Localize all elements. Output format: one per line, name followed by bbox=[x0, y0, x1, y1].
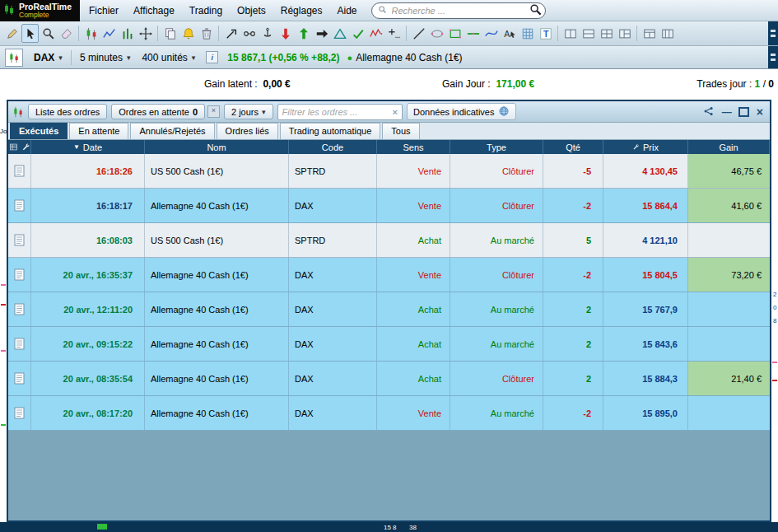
menu-item-affichage[interactable]: Affichage bbox=[126, 0, 182, 21]
text-cursor-icon[interactable]: A bbox=[501, 24, 518, 43]
diagonal-line-icon[interactable] bbox=[410, 24, 427, 43]
orders-list-label: Liste des ordres bbox=[35, 107, 100, 117]
table-row[interactable]: 20 avr., 16:35:37 Allemagne 40 Cash (1€)… bbox=[8, 258, 770, 292]
indicative-data-button[interactable]: Données indicatives bbox=[407, 103, 516, 120]
rectangle-icon[interactable] bbox=[446, 24, 464, 43]
check-icon[interactable] bbox=[349, 24, 366, 43]
layout-split-h-icon[interactable] bbox=[580, 24, 597, 43]
ellipse-icon[interactable] bbox=[428, 24, 445, 43]
zigzag-icon[interactable] bbox=[367, 24, 384, 43]
maximize-icon[interactable] bbox=[738, 107, 749, 117]
row-doc-icon[interactable] bbox=[8, 292, 31, 326]
table-row[interactable]: 20 avr., 08:17:20 Allemagne 40 Cash (1€)… bbox=[8, 396, 770, 431]
triangle-icon[interactable] bbox=[331, 24, 348, 43]
tab-ordres-lies[interactable]: Ordres liés bbox=[217, 123, 278, 139]
filter-input[interactable] bbox=[281, 106, 391, 118]
header-date[interactable]: ▼Date bbox=[31, 140, 145, 154]
pending-orders-button[interactable]: Ordres en attente0 bbox=[111, 104, 205, 119]
header-gain[interactable]: Gain bbox=[688, 140, 770, 154]
search-input[interactable] bbox=[390, 5, 526, 16]
tab-en-attente[interactable]: En attente bbox=[69, 123, 128, 139]
symbol-dropdown[interactable]: DAX▾ bbox=[28, 49, 68, 67]
period-dropdown[interactable]: 2 jours▾ bbox=[224, 104, 273, 119]
sell-arrow-icon[interactable] bbox=[277, 24, 294, 43]
header-qte[interactable]: Qté bbox=[543, 140, 603, 154]
layout-split-v-icon[interactable] bbox=[561, 24, 579, 43]
pending-close-icon[interactable]: × bbox=[207, 105, 220, 118]
menu-item-aide[interactable]: Aide bbox=[329, 0, 364, 21]
hline-icon[interactable] bbox=[464, 24, 482, 43]
row-doc-icon[interactable] bbox=[8, 362, 31, 395]
search-box[interactable] bbox=[371, 2, 546, 19]
order-arrow-icon[interactable] bbox=[313, 24, 330, 43]
tab-trading-automatique[interactable]: Trading automatique bbox=[280, 123, 381, 139]
header-type[interactable]: Type bbox=[450, 140, 543, 154]
table-row[interactable]: 16:08:03 US 500 Cash (1€) SPTRD Achat Au… bbox=[8, 223, 770, 258]
row-doc-icon[interactable] bbox=[8, 396, 31, 430]
orders-list-button[interactable]: Liste des ordres bbox=[28, 104, 107, 119]
filter-box[interactable]: × bbox=[277, 104, 403, 120]
menu-item-fichier[interactable]: Fichier bbox=[82, 0, 126, 21]
filter-clear-icon[interactable]: × bbox=[391, 107, 399, 117]
row-doc-icon[interactable] bbox=[8, 189, 31, 222]
layout-grid-icon[interactable] bbox=[598, 24, 615, 43]
header-tools[interactable] bbox=[8, 140, 31, 154]
tab-executes[interactable]: Exécutés bbox=[10, 123, 68, 139]
layout-mixed-icon[interactable] bbox=[616, 24, 633, 43]
header-code[interactable]: Code bbox=[289, 140, 377, 154]
row-doc-icon[interactable] bbox=[8, 223, 31, 257]
search-icon[interactable] bbox=[529, 3, 542, 18]
menu-item-objets[interactable]: Objets bbox=[230, 0, 273, 21]
tab-tous[interactable]: Tous bbox=[382, 123, 419, 139]
trash-icon[interactable] bbox=[198, 24, 215, 43]
link-icon[interactable] bbox=[240, 24, 258, 43]
toolbar-right-cap[interactable] bbox=[768, 21, 778, 45]
cursor-icon[interactable] bbox=[21, 24, 39, 43]
units-dropdown[interactable]: 400 unités▾ bbox=[136, 49, 201, 67]
header-prix[interactable]: Prix bbox=[603, 140, 688, 154]
move-icon[interactable] bbox=[137, 24, 154, 43]
header-nom[interactable]: Nom bbox=[145, 140, 289, 154]
layout-tall-icon[interactable] bbox=[659, 24, 676, 43]
row-doc-icon[interactable] bbox=[8, 154, 31, 188]
share-icon[interactable] bbox=[703, 105, 715, 119]
close-icon[interactable]: × bbox=[757, 107, 763, 117]
copy-icon[interactable] bbox=[161, 24, 179, 43]
app-logo[interactable]: ProRealTime Complete bbox=[0, 0, 80, 21]
pencil-icon[interactable] bbox=[3, 24, 21, 43]
table-row[interactable]: 20 avr., 12:11:20 Allemagne 40 Cash (1€)… bbox=[8, 292, 770, 327]
curve-icon[interactable] bbox=[482, 24, 500, 43]
alert-bell-icon[interactable] bbox=[179, 24, 197, 43]
header-sens[interactable]: Sens bbox=[377, 140, 450, 154]
row-doc-icon[interactable] bbox=[8, 258, 31, 292]
grid-icon[interactable] bbox=[519, 24, 536, 43]
trend-arrow-icon[interactable] bbox=[222, 24, 240, 43]
instrument-bar-right-cap[interactable] bbox=[768, 46, 778, 68]
table-row[interactable]: 20 avr., 09:15:22 Allemagne 40 Cash (1€)… bbox=[8, 327, 770, 362]
table-row[interactable]: 16:18:17 Allemagne 40 Cash (1€) DAX Vent… bbox=[8, 189, 770, 223]
table-row[interactable]: 16:18:26 US 500 Cash (1€) SPTRD Vente Cl… bbox=[8, 154, 770, 189]
chevron-down-icon: ▾ bbox=[58, 54, 63, 62]
text-tool-icon[interactable]: T bbox=[537, 24, 554, 43]
menu-item-reglages[interactable]: Réglages bbox=[273, 0, 330, 21]
buy-arrow-icon[interactable] bbox=[295, 24, 312, 43]
row-doc-icon[interactable] bbox=[8, 327, 31, 361]
chart-style-icon[interactable] bbox=[5, 49, 23, 67]
line-chart-icon[interactable] bbox=[100, 24, 118, 43]
window-titlebar[interactable]: Liste des ordres Ordres en attente0 × 2 … bbox=[8, 101, 770, 123]
plus-line-icon[interactable] bbox=[385, 24, 403, 43]
candles-icon[interactable] bbox=[82, 24, 100, 43]
timeframe-dropdown[interactable]: 5 minutes▾ bbox=[74, 49, 137, 67]
menu-item-trading[interactable]: Trading bbox=[182, 0, 230, 21]
price-change: (+0,56 % +88,2) bbox=[268, 52, 339, 63]
eraser-icon[interactable] bbox=[58, 24, 75, 43]
minimize-icon[interactable]: — bbox=[722, 107, 731, 117]
tab-annules-rejetes[interactable]: Annulés/Rejetés bbox=[130, 123, 214, 139]
table-row[interactable]: 20 avr., 08:35:54 Allemagne 40 Cash (1€)… bbox=[8, 362, 770, 396]
zoom-icon[interactable] bbox=[40, 24, 57, 43]
info-icon[interactable]: i bbox=[206, 51, 218, 63]
bar-chart-icon[interactable] bbox=[119, 24, 136, 43]
search-scope-icon[interactable] bbox=[378, 5, 387, 16]
anchor-icon[interactable] bbox=[259, 24, 276, 43]
layout-wide-icon[interactable] bbox=[641, 24, 658, 43]
